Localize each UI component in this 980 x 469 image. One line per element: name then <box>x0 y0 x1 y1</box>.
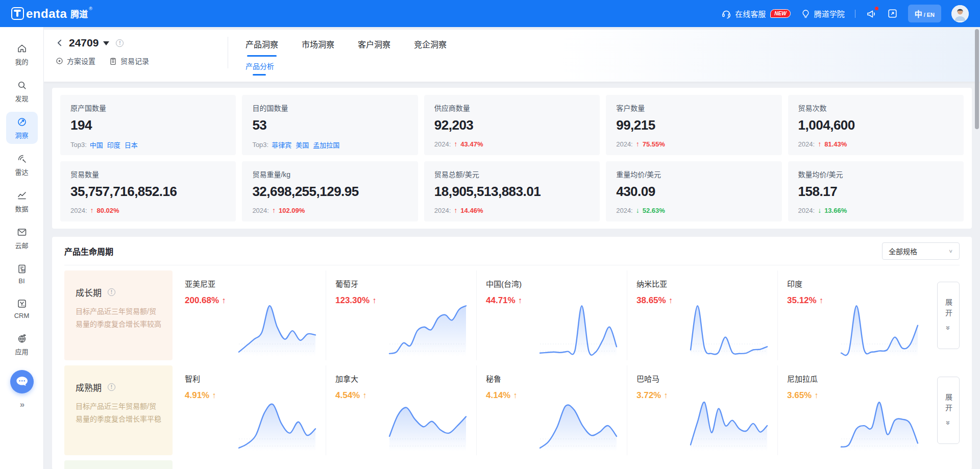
country-trend-cell[interactable]: 加拿大 4.54%↑ <box>326 365 477 455</box>
spec-filter-select[interactable]: 全部规格 ∨ <box>882 242 960 260</box>
top3-country-link[interactable]: 中国 <box>90 140 103 150</box>
trend-arrow-icon: ↑ <box>222 296 226 305</box>
caret-down-icon[interactable] <box>103 41 109 45</box>
double-chevron-down-icon: » <box>944 421 953 425</box>
sidebar-item-label: 雷达 <box>15 167 28 177</box>
country-trend-cell[interactable]: 尼加拉瓜 3.65%↑ <box>778 365 928 455</box>
top3-country-link[interactable]: 印度 <box>107 140 120 150</box>
avatar[interactable] <box>951 5 969 22</box>
sidebar-item-mine[interactable]: 我的 <box>6 38 38 70</box>
country-trend-cell[interactable]: 中国(台湾) 44.71%↑ <box>477 270 627 360</box>
trend-arrow-icon: ↑ <box>454 140 457 148</box>
scrollbar-thumb[interactable] <box>975 29 979 129</box>
topbar: endata 腾道 ® 在线客服 NEW 腾道学院 中 / EN <box>0 0 980 27</box>
sparkline-chart <box>237 299 317 359</box>
stat-label: 贸易数量 <box>70 169 226 179</box>
trend-percent: 4.54% <box>335 390 360 401</box>
bulb-icon <box>801 9 811 18</box>
country-name: 智利 <box>185 373 326 384</box>
stat-card-suppliers: 供应商数量 92,203 2024: ↑ 43.47% <box>424 95 600 155</box>
expand-button[interactable]: 展开 » <box>937 282 960 349</box>
topbar-divider <box>855 10 855 18</box>
notification-dot <box>875 7 878 10</box>
top3-country-link[interactable]: 美国 <box>296 140 309 150</box>
top3-country-link[interactable]: 菲律宾 <box>272 140 291 150</box>
trend-arrow-icon: ↑ <box>818 140 821 148</box>
sidebar-item-cloudmail[interactable]: 云邮 <box>6 222 38 254</box>
stat-value: 430.09 <box>616 184 771 200</box>
chat-bubble-button[interactable] <box>10 370 34 393</box>
sidebar-item-label: BI <box>18 277 24 285</box>
stat-value: 194 <box>70 117 226 133</box>
lifecycle-row-mature: 成熟期 目标产品近三年贸易额/贸易量的季度复合增长率平稳 智利 4.91%↑ 加… <box>64 365 960 455</box>
tendata-logo[interactable]: endata 腾道 ® <box>11 7 92 20</box>
main-content: 24709 方案设置 贸易记录 产 <box>44 27 980 469</box>
sidebar-item-bi[interactable]: BI BI <box>6 259 38 289</box>
stat-card-trade-quantity: 贸易数量 35,757,716,852.16 2024: ↑ 80.02% <box>60 161 236 221</box>
country-trend-cell[interactable]: 巴哈马 3.72%↑ <box>627 365 778 455</box>
online-service-label: 在线客服 <box>735 8 766 19</box>
trade-records-button[interactable]: 贸易记录 <box>109 56 149 66</box>
sidebar-item-discover[interactable]: 发现 <box>6 75 38 107</box>
back-icon[interactable] <box>55 38 64 47</box>
sidebar-item-label: 应用 <box>15 347 28 356</box>
top3-country-link[interactable]: 日本 <box>125 140 138 150</box>
stat-label: 供应商数量 <box>434 103 590 113</box>
sparkline-chart <box>538 299 619 359</box>
info-icon[interactable] <box>116 39 124 47</box>
scrollbar[interactable] <box>975 29 979 467</box>
lifecycle-title: 产品生命周期 <box>64 245 113 257</box>
trend-percent: 4.14% <box>486 390 510 401</box>
tab-product-insight[interactable]: 产品洞察 <box>246 38 278 57</box>
double-chevron-down-icon: » <box>944 326 953 330</box>
stat-label: 贸易次数 <box>798 103 953 113</box>
tab-market-insight[interactable]: 市场洞察 <box>302 38 334 57</box>
country-trend-cell[interactable]: 葡萄牙 123.30%↑ <box>326 270 477 360</box>
country-name: 中国(台湾) <box>486 278 627 289</box>
country-trend-cell[interactable]: 秘鲁 4.14%↑ <box>477 365 627 455</box>
plan-id[interactable]: 24709 <box>69 37 99 49</box>
sidebar: 我的 发现 洞察 雷达 数据 云邮 BI BI CRM <box>0 27 44 469</box>
sidebar-item-apps[interactable]: 应用 <box>6 328 38 360</box>
year-label: 2024: <box>70 207 87 214</box>
trend-arrow-icon: ↑ <box>814 391 818 400</box>
stat-value: 32,698,255,129.95 <box>252 184 407 200</box>
sidebar-item-radar[interactable]: 雷达 <box>6 149 38 181</box>
info-icon[interactable] <box>108 383 115 391</box>
sidebar-item-insight[interactable]: 洞察 <box>6 112 38 144</box>
stat-card-customers: 客户数量 99,215 2024: ↑ 75.55% <box>606 95 781 155</box>
academy-button[interactable]: 腾道学院 <box>801 8 845 19</box>
announcement-icon[interactable] <box>866 8 877 19</box>
info-icon[interactable] <box>108 288 115 296</box>
sidebar-item-label: 发现 <box>15 93 28 103</box>
sidebar-item-label: 我的 <box>15 57 28 66</box>
online-service-button[interactable]: 在线客服 NEW <box>721 8 790 19</box>
sidebar-collapse-button[interactable]: » <box>20 400 23 410</box>
sidebar-item-data[interactable]: 数据 <box>6 185 38 217</box>
phase-name: 成熟期 <box>76 381 102 393</box>
plan-settings-button[interactable]: 方案设置 <box>55 56 95 66</box>
country-trend-cell[interactable]: 亚美尼亚 200.68%↑ <box>176 270 326 360</box>
stat-label: 原产国数量 <box>70 103 226 113</box>
country-name: 加拿大 <box>335 373 476 384</box>
tab-competitor-insight[interactable]: 竞企洞察 <box>414 38 447 57</box>
stat-value: 53 <box>252 117 407 133</box>
tab-customer-insight[interactable]: 客户洞察 <box>358 38 390 57</box>
year-label: 2024: <box>434 140 451 148</box>
country-trend-cell[interactable]: 智利 4.91%↑ <box>176 365 326 455</box>
sidebar-item-crm[interactable]: CRM <box>6 293 38 324</box>
expand-button[interactable]: 展开 » <box>937 377 960 444</box>
subtab-product-analysis[interactable]: 产品分析 <box>246 61 274 76</box>
fullscreen-icon[interactable] <box>887 8 898 19</box>
stat-label: 重量均价/美元 <box>616 169 771 179</box>
country-trend-cell[interactable]: 印度 35.12%↑ <box>778 270 928 360</box>
svg-text:BI: BI <box>21 268 24 272</box>
top3-label: Top3: <box>70 141 87 149</box>
lang-separator: / <box>924 12 925 18</box>
phase-card-mature: 成熟期 目标产品近三年贸易额/贸易量的季度复合增长率平稳 <box>64 365 173 455</box>
expand-label: 展开 <box>943 299 953 320</box>
trend-arrow-icon: ↓ <box>636 206 640 214</box>
country-trend-cell[interactable]: 纳米比亚 38.65%↑ <box>627 270 778 360</box>
language-toggle[interactable]: 中 / EN <box>908 5 941 22</box>
top3-country-link[interactable]: 孟加拉国 <box>313 140 339 150</box>
